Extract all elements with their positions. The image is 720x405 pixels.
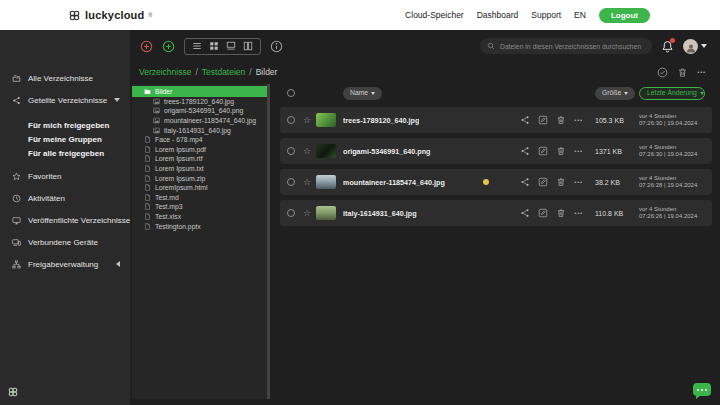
new-item-button[interactable]	[140, 40, 153, 53]
tree-item[interactable]: origami-5346991_640.png	[132, 106, 267, 116]
more-button[interactable]: •••	[574, 179, 583, 185]
sidebar-item-verbundene-geraete[interactable]: Verbundene Geräte	[0, 232, 130, 252]
file-name-link[interactable]: trees-1789120_640.jpg	[343, 116, 419, 125]
select-all-checkbox[interactable]	[287, 89, 295, 97]
brand[interactable]: luckycloud ®	[68, 9, 152, 22]
more-button[interactable]: •••	[574, 117, 583, 123]
plus-circle-icon	[140, 40, 153, 53]
tree-item[interactable]: Test.mp3	[132, 202, 267, 212]
search-box[interactable]	[480, 38, 652, 54]
file-modified: vor 4 Stunden 07:26:30 | 19.04.2024	[629, 113, 705, 128]
notification-badge	[670, 38, 675, 43]
share-button[interactable]	[520, 177, 530, 187]
tree-item[interactable]: italy-1614931_640.jpg	[132, 125, 267, 135]
chat-dot-icon	[697, 389, 699, 391]
sort-by-name-button[interactable]: Name	[343, 87, 382, 100]
sidebar-item-alle-verzeichnisse[interactable]: Alle Verzeichnisse	[0, 68, 130, 88]
sidebar-item-favoriten[interactable]: Favoriten	[0, 166, 130, 186]
file-row[interactable]: ☆ trees-1789120_640.jpg ••• 105.3 KB vor…	[280, 107, 712, 133]
row-checkbox[interactable]	[287, 147, 295, 155]
sidebar-item-fuer-alle-freigegeben[interactable]: Für alle freigegeben	[0, 146, 130, 160]
delete-button[interactable]	[556, 208, 566, 218]
file-name-link[interactable]: mountaineer-1185474_640.jpg	[343, 178, 445, 187]
favorite-star-icon[interactable]: ☆	[303, 178, 311, 187]
share-button[interactable]	[520, 146, 530, 156]
tree-item[interactable]: Face - 678.mp4	[132, 135, 267, 145]
file-thumbnail[interactable]	[316, 206, 336, 220]
file-name-link[interactable]: italy-1614931_640.jpg	[343, 209, 417, 218]
edit-button[interactable]	[538, 115, 548, 125]
account-menu[interactable]	[683, 39, 707, 54]
sidebar-item-geteilte-verzeichnisse[interactable]: Geteilte Verzeichnisse	[0, 90, 130, 110]
list-view-button[interactable]	[192, 41, 202, 51]
delete-button[interactable]	[556, 177, 566, 187]
file-name-link[interactable]: origami-5346991_640.png	[343, 147, 431, 156]
tree-item[interactable]: LoremIpsum.html	[132, 183, 267, 193]
modified-absolute: 07:26:30 | 19.04.2024	[639, 120, 705, 128]
tree-item[interactable]: Test.md	[132, 192, 267, 202]
folder-icon	[144, 88, 151, 95]
info-button[interactable]	[270, 40, 283, 53]
breadcrumb-verzeichnisse[interactable]: Verzeichnisse	[139, 67, 191, 77]
clover-widget-button[interactable]	[7, 386, 19, 398]
file-thumbnail[interactable]	[316, 113, 336, 127]
row-checkbox[interactable]	[287, 209, 295, 217]
tree-item[interactable]: Testington.pptx	[132, 221, 267, 231]
file-row[interactable]: ☆ origami-5346991_640.png ••• 1371 KB vo…	[280, 138, 712, 164]
file-row[interactable]: ☆ mountaineer-1185474_640.jpg ••• 38.2 K…	[280, 169, 712, 195]
file-icon	[144, 194, 151, 201]
sort-by-modified-button[interactable]: Letzte Änderung	[639, 87, 705, 100]
notifications-button[interactable]	[661, 39, 674, 53]
nav-dashboard[interactable]: Dashboard	[477, 10, 519, 20]
breadcrumb-testdateien[interactable]: Testdateien	[202, 67, 245, 77]
grid-view-button[interactable]	[209, 41, 219, 51]
select-all-button[interactable]	[657, 67, 668, 78]
edit-button[interactable]	[538, 146, 548, 156]
logout-button[interactable]: Logout	[599, 8, 650, 23]
more-button[interactable]: •••	[574, 210, 583, 216]
favorite-star-icon[interactable]: ☆	[303, 209, 311, 218]
file-thumbnail[interactable]	[316, 144, 336, 158]
thumbnail-view-button[interactable]	[226, 41, 236, 51]
column-view-button[interactable]	[243, 41, 253, 51]
delete-button[interactable]	[556, 115, 566, 125]
sidebar-item-freigabeverwaltung[interactable]: Freigabeverwaltung	[0, 254, 130, 274]
add-library-button[interactable]	[162, 40, 175, 53]
tree-item[interactable]: Test.xlsx	[132, 212, 267, 222]
language-selector[interactable]: EN	[574, 10, 586, 20]
row-checkbox[interactable]	[287, 116, 295, 124]
sidebar-item-aktivitaeten[interactable]: Aktivitäten	[0, 188, 130, 208]
tree-item[interactable]: Lorem Ipsum.rtf	[132, 154, 267, 164]
delete-button[interactable]	[556, 146, 566, 156]
sidebar-item-veroeffentlichte-verzeichnisse[interactable]: Veröffentlichte Verzeichnisse	[0, 210, 130, 230]
tree-item-bilder[interactable]: Bilder	[132, 86, 267, 97]
more-actions-button[interactable]: •••	[697, 69, 706, 75]
file-list: Name Größe	[270, 84, 712, 399]
search-input[interactable]	[500, 43, 645, 50]
tree-item[interactable]: trees-1789120_640.jpg	[132, 97, 267, 107]
file-icon	[144, 136, 151, 143]
share-icon	[12, 96, 21, 105]
nav-support[interactable]: Support	[531, 10, 561, 20]
main-area: Verzeichnisse / Testdateien / Bilder •••	[130, 30, 720, 405]
favorite-star-icon[interactable]: ☆	[303, 116, 311, 125]
row-checkbox[interactable]	[287, 178, 295, 186]
file-row[interactable]: ☆ italy-1614931_640.jpg ••• 110.8 KB vor…	[280, 200, 712, 226]
edit-button[interactable]	[538, 177, 548, 187]
share-button[interactable]	[520, 115, 530, 125]
favorite-star-icon[interactable]: ☆	[303, 147, 311, 156]
delete-folder-button[interactable]	[677, 67, 688, 78]
file-thumbnail[interactable]	[316, 175, 336, 189]
edit-button[interactable]	[538, 208, 548, 218]
support-chat-button[interactable]	[693, 383, 711, 396]
nav-cloud-speicher[interactable]: Cloud-Speicher	[405, 10, 464, 20]
tree-item[interactable]: Lorem Ipsum.zip	[132, 173, 267, 183]
content: Bilder trees-1789120_640.jpg origami-534…	[130, 82, 720, 405]
more-button[interactable]: •••	[574, 148, 583, 154]
sidebar-item-fuer-mich-freigegeben[interactable]: Für mich freigegeben	[0, 118, 130, 132]
sidebar-item-fuer-meine-gruppen[interactable]: Für meine Gruppen	[0, 132, 130, 146]
tree-item[interactable]: Lorem Ipsum.pdf	[132, 144, 267, 154]
tree-item[interactable]: mountaineer-1185474_640.jpg	[132, 116, 267, 126]
share-button[interactable]	[520, 208, 530, 218]
tree-item[interactable]: Lorem Ipsum.txt	[132, 164, 267, 174]
